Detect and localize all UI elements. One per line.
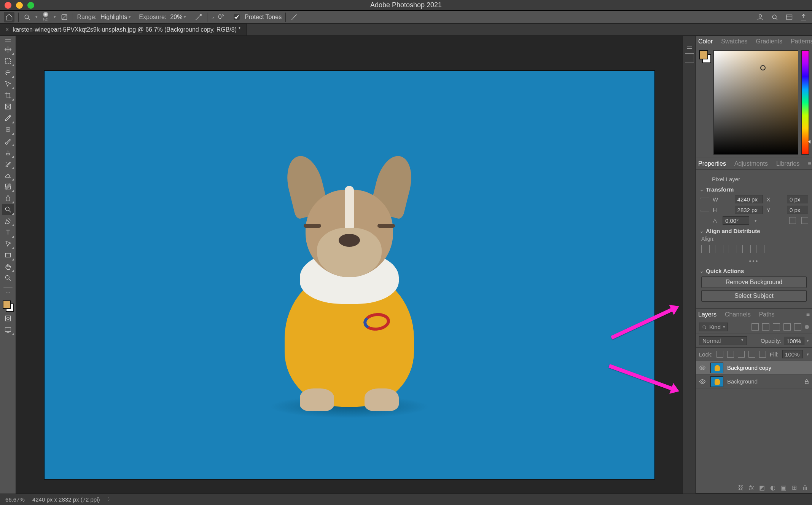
filter-shape-icon[interactable] — [783, 323, 791, 331]
protect-tones-checkbox[interactable] — [234, 14, 240, 20]
airbrush-toggle[interactable] — [194, 13, 203, 22]
home-button[interactable] — [4, 12, 14, 22]
move-tool[interactable] — [2, 44, 14, 55]
new-group-button[interactable]: ▣ — [781, 484, 787, 491]
lock-position-button[interactable] — [738, 351, 745, 358]
foreground-swatch[interactable] — [3, 300, 11, 309]
expand-panels-button[interactable] — [687, 46, 692, 49]
range-dropdown[interactable]: Highlights ▾ — [100, 14, 131, 21]
blend-mode-dropdown[interactable]: Normal ▾ — [699, 336, 747, 345]
healing-brush-tool[interactable] — [2, 124, 14, 135]
tab-swatches[interactable]: Swatches — [721, 38, 747, 45]
edit-toolbar-button[interactable]: ⋯ — [3, 290, 13, 297]
lasso-tool[interactable] — [2, 67, 14, 78]
layer-fx-button[interactable]: fx — [749, 484, 754, 491]
opacity-field[interactable]: 100% — [784, 337, 804, 345]
new-layer-button[interactable]: ⊞ — [792, 484, 797, 491]
hue-slider[interactable] — [801, 50, 809, 155]
link-wh-icon[interactable] — [700, 198, 709, 211]
align-section-header[interactable]: ⌄Align and Distribute — [700, 228, 808, 234]
color-field-cursor[interactable] — [760, 65, 766, 70]
tab-layers[interactable]: Layers — [698, 311, 716, 318]
align-right-button[interactable] — [729, 245, 737, 253]
history-panel-icon[interactable] — [685, 53, 694, 62]
crop-tool[interactable] — [2, 89, 14, 101]
quick-actions-header[interactable]: ⌄Quick Actions — [700, 268, 808, 274]
layer-mask-button[interactable]: ◩ — [759, 484, 765, 491]
lock-transparency-button[interactable] — [716, 351, 723, 358]
fg-bg-swatches[interactable] — [2, 300, 14, 312]
brush-preset-picker[interactable]: 50 — [43, 12, 48, 22]
quick-mask-toggle[interactable] — [2, 313, 14, 324]
layer-name[interactable]: Background copy — [727, 364, 771, 371]
align-top-button[interactable] — [742, 245, 751, 253]
panel-menu-icon[interactable]: ≡ — [808, 160, 811, 167]
new-adjustment-button[interactable]: ◐ — [770, 484, 775, 491]
remove-background-button[interactable]: Remove Background — [701, 276, 807, 288]
workspace-switcher[interactable] — [785, 13, 794, 22]
link-layers-button[interactable]: ⛓ — [738, 484, 744, 491]
tab-patterns[interactable]: Patterns — [791, 38, 812, 45]
color-panel-swatches[interactable] — [699, 50, 710, 155]
layer-row[interactable]: Background copy — [696, 361, 812, 375]
zoom-readout[interactable]: 66.67% — [5, 496, 25, 503]
pen-tool[interactable] — [2, 215, 14, 227]
rect-marquee-tool[interactable] — [2, 55, 14, 67]
layer-thumbnail[interactable] — [710, 376, 723, 387]
color-fg-swatch[interactable] — [699, 50, 708, 59]
lock-artboard-button[interactable] — [748, 351, 755, 358]
path-select-tool[interactable] — [2, 238, 14, 249]
visibility-toggle[interactable] — [698, 378, 707, 385]
pressure-size-toggle[interactable] — [290, 13, 299, 22]
layer-thumbnail[interactable] — [710, 363, 723, 373]
rotation-field[interactable]: 0.00° — [723, 216, 749, 225]
tab-properties[interactable]: Properties — [698, 160, 726, 167]
filter-type-icon[interactable] — [773, 323, 780, 331]
y-field[interactable]: 0 px — [787, 206, 808, 214]
dodge-tool[interactable] — [2, 204, 14, 215]
hue-slider-marker[interactable] — [808, 140, 810, 144]
align-more-button[interactable]: ••• — [700, 258, 808, 265]
object-select-tool[interactable] — [2, 78, 14, 89]
width-field[interactable]: 4240 px — [735, 195, 763, 203]
close-tab-icon[interactable]: × — [5, 26, 9, 33]
exposure-dropdown[interactable]: 20% ▾ — [170, 14, 186, 21]
lock-all-button[interactable] — [759, 351, 766, 358]
select-subject-button[interactable]: Select Subject — [701, 290, 807, 302]
align-hcenter-button[interactable] — [715, 245, 723, 253]
visibility-toggle[interactable] — [698, 364, 707, 371]
x-field[interactable]: 0 px — [787, 195, 808, 203]
tab-channels[interactable]: Channels — [725, 311, 751, 318]
tab-color[interactable]: Color — [698, 38, 713, 45]
transform-section-header[interactable]: ⌄Transform — [700, 186, 808, 193]
align-vcenter-button[interactable] — [756, 245, 764, 253]
hand-tool[interactable] — [2, 261, 14, 272]
canvas-area[interactable] — [16, 36, 683, 494]
tab-gradients[interactable]: Gradients — [756, 38, 782, 45]
tab-libraries[interactable]: Libraries — [776, 160, 799, 167]
document-canvas[interactable] — [45, 71, 654, 479]
layer-row[interactable]: Background — [696, 375, 812, 388]
align-bottom-button[interactable] — [770, 245, 778, 253]
delete-layer-button[interactable]: 🗑 — [802, 484, 808, 491]
flip-horizontal-button[interactable] — [789, 217, 796, 224]
clone-stamp-tool[interactable] — [2, 147, 14, 158]
height-field[interactable]: 2832 px — [735, 206, 763, 214]
tool-preset-picker[interactable] — [22, 13, 32, 22]
filter-toggle[interactable] — [805, 325, 809, 329]
history-brush-tool[interactable] — [2, 158, 14, 169]
eyedropper-tool[interactable] — [2, 112, 14, 124]
panel-menu-icon[interactable]: ≡ — [806, 311, 810, 318]
brush-tool[interactable] — [2, 135, 14, 147]
eraser-tool[interactable] — [2, 169, 14, 181]
brush-angle-field[interactable]: 0° — [218, 14, 224, 21]
type-tool[interactable] — [2, 227, 14, 238]
status-menu-chevron[interactable]: 〉 — [108, 496, 112, 503]
rectangle-tool[interactable] — [2, 249, 14, 261]
frame-tool[interactable] — [2, 101, 14, 112]
filter-pixel-icon[interactable] — [751, 323, 759, 331]
gradient-tool[interactable] — [2, 181, 14, 192]
lock-pixels-button[interactable] — [727, 351, 734, 358]
filter-adjust-icon[interactable] — [762, 323, 769, 331]
tab-paths[interactable]: Paths — [759, 311, 775, 318]
